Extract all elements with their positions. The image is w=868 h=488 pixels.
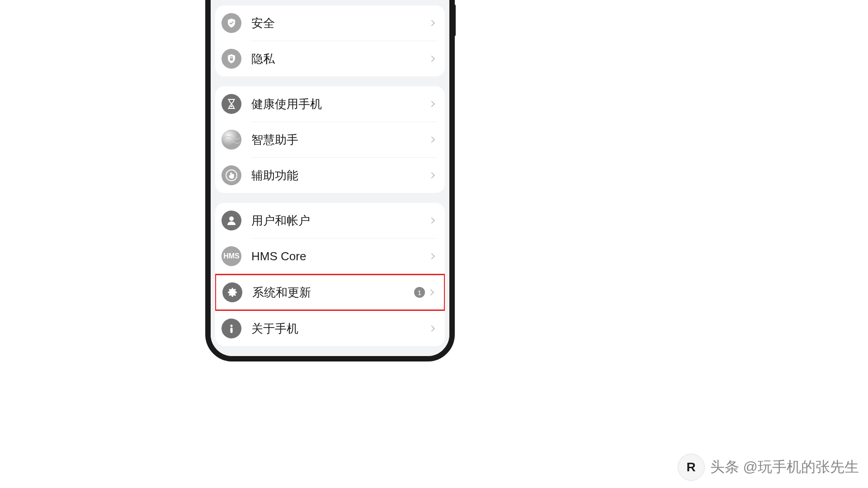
chevron-right-icon (429, 56, 435, 62)
tap-icon (222, 165, 241, 185)
chevron-right-icon (429, 101, 435, 107)
settings-item-about-phone[interactable]: 关于手机 (215, 311, 445, 346)
settings-item-users-accounts[interactable]: 用户和帐户 (215, 203, 445, 238)
settings-item-label: 系统和更新 (252, 285, 414, 300)
settings-item-label: 智慧助手 (251, 132, 429, 148)
settings-group-3: 用户和帐户 HMS HMS Core 系统和更新 1 (215, 203, 445, 346)
chevron-right-icon (429, 20, 435, 26)
watermark: R 头条 @玩手机的张先生 (678, 454, 859, 481)
settings-item-privacy[interactable]: 隐私 (215, 41, 445, 76)
chevron-right-icon (429, 172, 435, 178)
chevron-right-icon (429, 217, 435, 224)
svg-rect-5 (231, 328, 233, 333)
settings-item-hms-core[interactable]: HMS HMS Core (215, 239, 445, 274)
person-icon (222, 211, 241, 230)
chevron-right-icon (428, 289, 434, 296)
chevron-right-icon (429, 325, 435, 332)
phone-frame: 安全 隐私 健康使用手机 (205, 0, 455, 361)
hms-icon: HMS (222, 246, 241, 266)
settings-item-security[interactable]: 安全 (215, 5, 445, 41)
svg-point-3 (229, 216, 234, 221)
chevron-right-icon (429, 253, 435, 259)
watermark-logo: R (678, 454, 705, 481)
settings-item-label: 辅助功能 (251, 168, 429, 183)
svg-rect-0 (230, 58, 233, 61)
svg-point-1 (222, 130, 241, 150)
globe-icon (222, 130, 241, 150)
watermark-text: 头条 @玩手机的张先生 (710, 457, 859, 477)
info-icon (222, 319, 241, 338)
hms-text: HMS (223, 252, 240, 260)
settings-item-accessibility[interactable]: 辅助功能 (215, 158, 445, 193)
settings-item-system-update[interactable]: 系统和更新 1 (215, 274, 445, 311)
shield-icon (222, 13, 241, 33)
hourglass-icon (222, 94, 241, 114)
settings-group-1: 安全 隐私 (215, 5, 445, 76)
notification-badge: 1 (414, 287, 425, 298)
gear-icon (222, 282, 242, 302)
settings-item-label: 关于手机 (251, 321, 429, 337)
settings-item-label: 健康使用手机 (251, 96, 429, 112)
settings-group-2: 健康使用手机 智慧助手 辅助功能 (215, 86, 445, 193)
chevron-right-icon (429, 136, 435, 143)
settings-item-label: 隐私 (251, 51, 429, 67)
settings-item-label: 用户和帐户 (251, 213, 429, 229)
lock-shield-icon (222, 49, 241, 69)
settings-item-digital-wellbeing[interactable]: 健康使用手机 (215, 86, 445, 122)
svg-point-4 (231, 325, 233, 327)
settings-item-label: HMS Core (251, 249, 429, 263)
settings-item-label: 安全 (251, 15, 429, 31)
phone-screen[interactable]: 安全 隐私 健康使用手机 (211, 0, 449, 356)
settings-item-ai-assistant[interactable]: 智慧助手 (215, 122, 445, 157)
